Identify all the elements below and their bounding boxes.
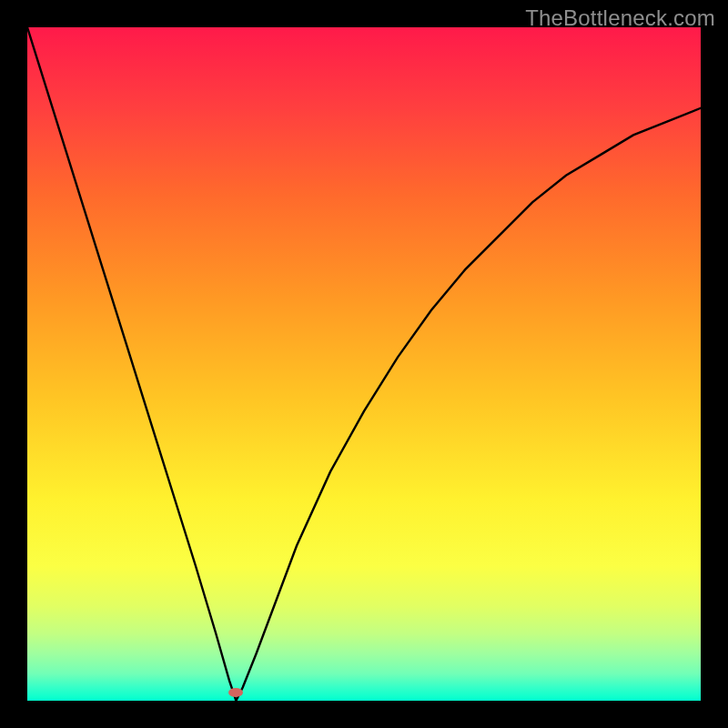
bottleneck-curve	[27, 27, 701, 701]
minimum-marker	[228, 688, 243, 697]
plot-area	[27, 27, 701, 701]
chart-container: TheBottleneck.com	[0, 0, 728, 728]
curve-svg	[27, 27, 701, 701]
